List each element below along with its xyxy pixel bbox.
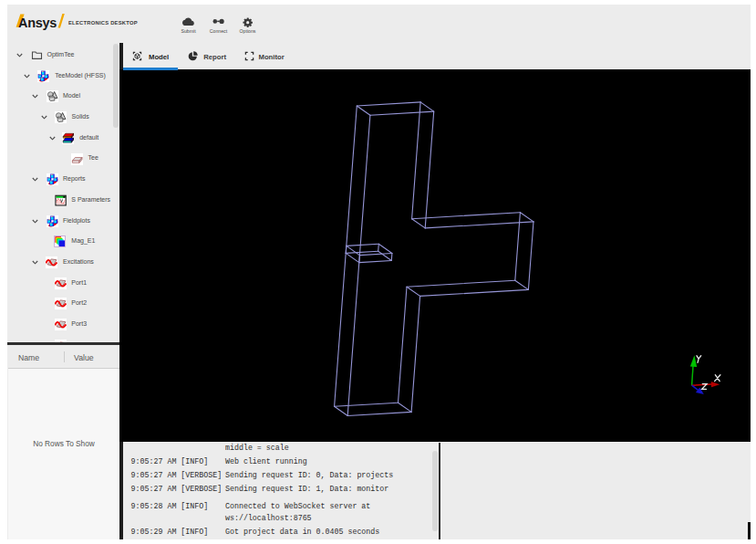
svg-text:Ansys: Ansys <box>18 16 57 30</box>
